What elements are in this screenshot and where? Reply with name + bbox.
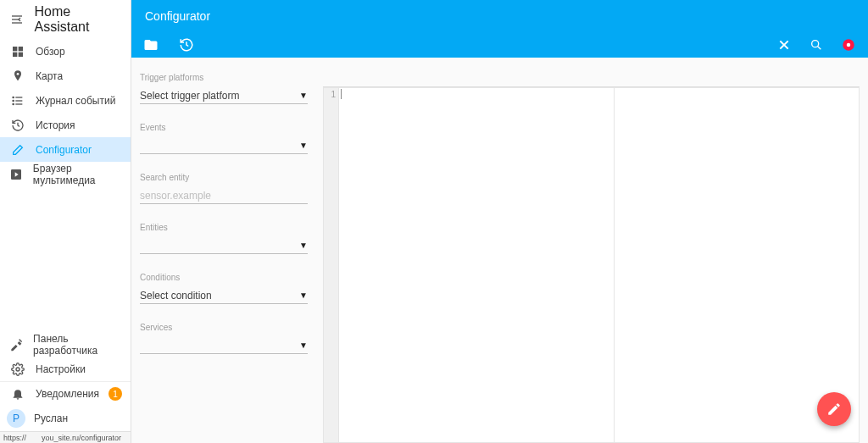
- editor-wrap: 1: [323, 73, 860, 443]
- select-value: Select trigger platform: [140, 90, 239, 102]
- sidebar-item-media[interactable]: Браузер мультимедиа: [0, 162, 131, 186]
- sidebar-bottom: Панель разработчика Настройки Уведомлени…: [0, 332, 131, 443]
- select-services[interactable]: ▼: [140, 337, 308, 354]
- svg-point-19: [812, 41, 819, 47]
- sidebar-item-notifications[interactable]: Уведомления 1: [0, 381, 131, 406]
- sidebar-item-history[interactable]: История: [0, 113, 131, 137]
- sidebar-item-label: Уведомления: [36, 388, 99, 400]
- select-conditions[interactable]: Select condition ▼: [140, 287, 308, 304]
- svg-point-22: [847, 43, 851, 47]
- bell-icon: [8, 387, 27, 401]
- gear-icon: [8, 363, 27, 376]
- sidebar-item-settings[interactable]: Настройки: [0, 357, 131, 381]
- sidebar-nav: Обзор Карта Журнал событий История Confi…: [0, 39, 131, 332]
- search-icon[interactable]: [809, 37, 824, 53]
- input-placeholder: sensor.example: [140, 190, 211, 202]
- field-entities: Entities ▼: [140, 223, 308, 254]
- editor-side-panel: [614, 87, 860, 443]
- sidebar-item-devtools[interactable]: Панель разработчика: [0, 332, 131, 357]
- field-label: Trigger platforms: [140, 73, 308, 82]
- svg-line-20: [818, 47, 821, 50]
- edit-icon: [8, 143, 27, 157]
- list-icon: [8, 94, 27, 108]
- sidebar-item-label: Журнал событий: [36, 95, 115, 107]
- svg-point-16: [16, 368, 19, 371]
- folder-icon[interactable]: [143, 37, 159, 53]
- field-label: Entities: [140, 223, 308, 232]
- editor-tab-strip: [323, 73, 860, 86]
- select-events[interactable]: ▼: [140, 137, 308, 154]
- field-search-entity: Search entity sensor.example: [140, 173, 308, 204]
- sidebar-item-user[interactable]: Р Руслан: [0, 406, 131, 431]
- sidebar-item-label: Configurator: [36, 144, 92, 156]
- code-editor[interactable]: 1: [323, 87, 614, 443]
- svg-rect-3: [13, 47, 17, 51]
- sidebar-item-label: Настройки: [36, 363, 86, 375]
- svg-rect-5: [13, 52, 17, 56]
- status-url: you_site.ru/configurator: [42, 434, 121, 442]
- close-icon[interactable]: [776, 37, 792, 53]
- chevron-down-icon: ▼: [299, 141, 308, 150]
- svg-point-7: [17, 73, 19, 75]
- content: Trigger platforms Select trigger platfor…: [131, 58, 868, 443]
- status-protocol: https://: [3, 434, 26, 442]
- svg-point-13: [13, 103, 14, 104]
- sidebar-item-label: Панель разработчика: [33, 333, 122, 357]
- field-services: Services ▼: [140, 323, 308, 354]
- topbar: Configurator: [131, 0, 868, 58]
- play-box-icon: [8, 168, 25, 181]
- restore-icon[interactable]: [179, 37, 194, 53]
- field-events: Events ▼: [140, 123, 308, 154]
- avatar: Р: [7, 409, 25, 428]
- editor-body[interactable]: [339, 88, 614, 442]
- svg-point-12: [13, 100, 14, 101]
- gear-badge-icon[interactable]: [841, 37, 856, 53]
- map-icon: [8, 69, 27, 83]
- main: Configurator: [131, 0, 868, 443]
- field-label: Conditions: [140, 273, 308, 282]
- history-icon: [8, 119, 27, 132]
- sidebar-item-label: Карта: [36, 70, 63, 82]
- sidebar: Home Assistant Обзор Карта Журнал событи…: [0, 0, 131, 443]
- field-trigger-platforms: Trigger platforms Select trigger platfor…: [140, 73, 308, 104]
- select-trigger-platform[interactable]: Select trigger platform ▼: [140, 87, 308, 104]
- svg-rect-4: [19, 47, 23, 51]
- user-name: Руслан: [34, 413, 68, 424]
- sidebar-item-label: Обзор: [36, 46, 65, 58]
- app-title: Home Assistant: [34, 4, 122, 35]
- sidebar-item-label: История: [36, 119, 75, 131]
- chevron-down-icon: ▼: [299, 341, 308, 350]
- page-title: Configurator: [131, 0, 868, 32]
- sidebar-header: Home Assistant: [0, 0, 131, 39]
- editor-panes: 1: [323, 87, 860, 443]
- sidebar-item-overview[interactable]: Обзор: [0, 39, 131, 64]
- topbar-actions: [131, 32, 868, 58]
- field-conditions: Conditions Select condition ▼: [140, 273, 308, 304]
- svg-point-11: [13, 97, 14, 97]
- line-number: 1: [324, 90, 336, 99]
- dashboard-icon: [8, 45, 27, 58]
- hammer-icon: [8, 338, 25, 352]
- sidebar-item-logbook[interactable]: Журнал событий: [0, 88, 131, 113]
- chevron-down-icon: ▼: [299, 91, 308, 100]
- statusbar: https:// you_site.ru/configurator: [0, 431, 131, 443]
- editor-cursor: [341, 89, 342, 99]
- config-panel: Trigger platforms Select trigger platfor…: [140, 73, 308, 443]
- editor-gutter: 1: [324, 88, 339, 442]
- menu-icon[interactable]: [8, 13, 25, 26]
- svg-rect-6: [19, 52, 23, 56]
- notification-badge: 1: [108, 387, 122, 401]
- field-label: Services: [140, 323, 308, 332]
- sidebar-item-configurator[interactable]: Configurator: [0, 137, 131, 162]
- field-label: Search entity: [140, 173, 308, 182]
- chevron-down-icon: ▼: [299, 291, 308, 300]
- sidebar-item-map[interactable]: Карта: [0, 64, 131, 88]
- select-value: Select condition: [140, 290, 212, 302]
- chevron-down-icon: ▼: [299, 241, 308, 250]
- field-label: Events: [140, 123, 308, 132]
- fab-edit-button[interactable]: [817, 392, 851, 426]
- input-search-entity[interactable]: sensor.example: [140, 187, 308, 204]
- select-entities[interactable]: ▼: [140, 237, 308, 254]
- sidebar-item-label: Браузер мультимедиа: [33, 163, 122, 186]
